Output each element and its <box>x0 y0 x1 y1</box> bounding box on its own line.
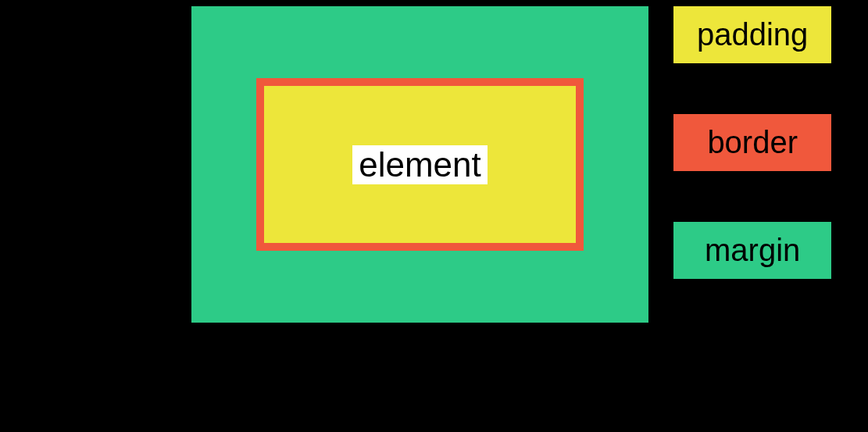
legend-padding: padding <box>673 6 831 63</box>
box-model-diagram: element <box>191 6 648 323</box>
padding-border-box: element <box>256 78 584 251</box>
legend-border: border <box>673 114 831 171</box>
legend-margin: margin <box>673 222 831 279</box>
element-label: element <box>352 145 488 184</box>
legend: padding border margin <box>673 6 831 279</box>
